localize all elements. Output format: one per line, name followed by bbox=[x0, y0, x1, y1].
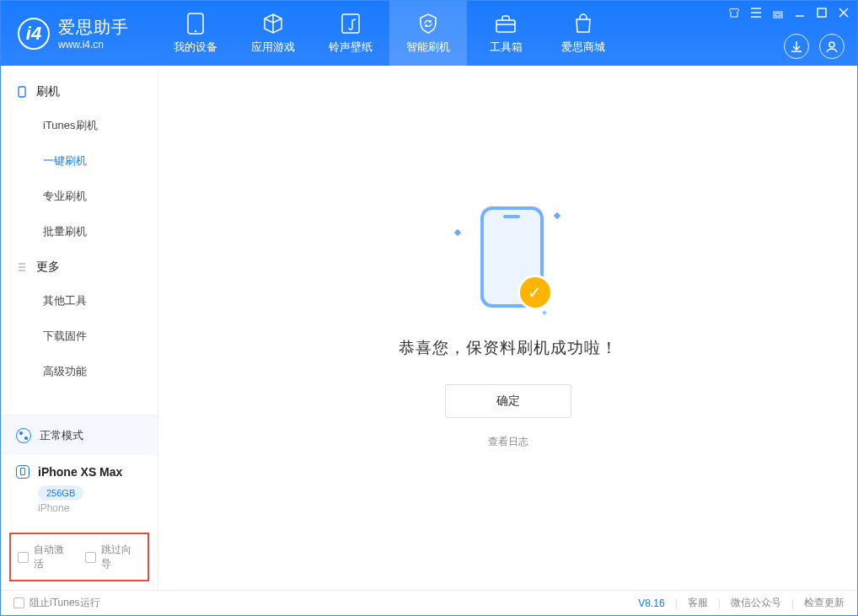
window-controls bbox=[727, 6, 850, 19]
status-link-wechat[interactable]: 微信公众号 bbox=[731, 596, 781, 610]
sidebar-item-download-firmware[interactable]: 下载固件 bbox=[43, 319, 158, 354]
download-icon[interactable] bbox=[784, 34, 809, 59]
highlighted-checkbox-row: 自动激活 跳过向导 bbox=[9, 533, 149, 581]
app-header: i4 爱思助手 www.i4.cn 我的设备 应用游戏 铃声壁纸 智能刷机 工具… bbox=[1, 1, 857, 66]
checkbox-auto-activate[interactable]: 自动激活 bbox=[18, 543, 73, 571]
nav-toolbox[interactable]: 工具箱 bbox=[467, 1, 544, 66]
sidebar-item-itunes-flash[interactable]: iTunes刷机 bbox=[43, 108, 158, 143]
success-illustration: ✓ bbox=[462, 206, 555, 316]
checkbox-icon bbox=[18, 552, 29, 563]
device-card[interactable]: iPhone XS Max 256GB iPhone bbox=[1, 455, 158, 526]
confirm-button[interactable]: 确定 bbox=[445, 384, 571, 418]
sidebar-item-batch-flash[interactable]: 批量刷机 bbox=[43, 214, 158, 249]
sidebar-item-pro-flash[interactable]: 专业刷机 bbox=[43, 179, 158, 214]
device-name: iPhone XS Max bbox=[38, 465, 122, 479]
list-icon bbox=[16, 261, 28, 273]
storage-badge: 256GB bbox=[38, 485, 83, 501]
menu-icon[interactable] bbox=[749, 6, 763, 19]
refresh-shield-icon bbox=[417, 13, 439, 35]
check-badge-icon: ✓ bbox=[520, 277, 550, 308]
music-file-icon bbox=[340, 13, 362, 35]
lock-icon[interactable] bbox=[771, 6, 785, 19]
header-actions bbox=[784, 34, 845, 59]
sidebar: 刷机 iTunes刷机 一键刷机 专业刷机 批量刷机 更多 其他工具 下载固件 … bbox=[1, 66, 158, 590]
app-name: 爱思助手 bbox=[58, 16, 129, 39]
sidebar-item-oneclick-flash[interactable]: 一键刷机 bbox=[43, 143, 158, 179]
svg-rect-5 bbox=[775, 13, 780, 16]
device-type: iPhone bbox=[38, 502, 142, 514]
app-logo: i4 爱思助手 www.i4.cn bbox=[1, 16, 157, 51]
close-icon[interactable] bbox=[837, 6, 850, 19]
svg-rect-3 bbox=[496, 20, 515, 32]
app-domain: www.i4.cn bbox=[58, 39, 129, 51]
sidebar-item-other-tools[interactable]: 其他工具 bbox=[43, 283, 158, 319]
logo-icon: i4 bbox=[18, 18, 50, 50]
view-log-link[interactable]: 查看日志 bbox=[488, 435, 528, 449]
toolbox-icon bbox=[495, 13, 517, 35]
main-content: ✓ 恭喜您，保资料刷机成功啦！ 确定 查看日志 bbox=[158, 66, 857, 590]
checkbox-block-itunes[interactable]: 阻止iTunes运行 bbox=[13, 596, 100, 610]
checkbox-skip-guide[interactable]: 跳过向导 bbox=[85, 543, 141, 571]
svg-point-1 bbox=[195, 29, 196, 31]
top-nav: 我的设备 应用游戏 铃声壁纸 智能刷机 工具箱 爱思商城 bbox=[157, 1, 622, 66]
status-bar: 阻止iTunes运行 V8.16 | 客服 | 微信公众号 | 检查更新 bbox=[1, 590, 857, 615]
minimize-icon[interactable] bbox=[793, 6, 807, 19]
checkbox-icon bbox=[85, 552, 96, 563]
sidebar-section-flash: 刷机 bbox=[1, 74, 158, 108]
svg-rect-6 bbox=[818, 8, 826, 17]
shirt-icon[interactable] bbox=[727, 6, 741, 19]
mode-card[interactable]: 正常模式 bbox=[1, 416, 158, 455]
checkbox-icon bbox=[13, 597, 24, 608]
sidebar-section-more: 更多 bbox=[1, 249, 158, 283]
nav-apps-games[interactable]: 应用游戏 bbox=[234, 1, 312, 66]
shopping-bag-icon bbox=[572, 13, 594, 35]
mode-label: 正常模式 bbox=[40, 428, 83, 443]
status-link-update[interactable]: 检查更新 bbox=[804, 596, 845, 610]
version-label: V8.16 bbox=[638, 597, 664, 609]
nav-my-device[interactable]: 我的设备 bbox=[157, 1, 234, 66]
phone-outline-icon bbox=[16, 86, 28, 98]
user-icon[interactable] bbox=[819, 34, 845, 59]
success-message: 恭喜您，保资料刷机成功啦！ bbox=[399, 337, 618, 359]
cube-icon bbox=[262, 13, 284, 35]
svg-rect-8 bbox=[19, 87, 25, 97]
nav-ringtone-wallpaper[interactable]: 铃声壁纸 bbox=[312, 1, 389, 66]
maximize-icon[interactable] bbox=[815, 6, 829, 19]
status-link-support[interactable]: 客服 bbox=[688, 596, 708, 610]
mode-icon bbox=[16, 428, 31, 443]
nav-store[interactable]: 爱思商城 bbox=[544, 1, 622, 66]
nav-smart-flash[interactable]: 智能刷机 bbox=[389, 1, 467, 66]
device-icon bbox=[185, 13, 206, 35]
svg-point-7 bbox=[829, 42, 834, 47]
device-small-icon bbox=[16, 465, 29, 479]
sidebar-item-advanced[interactable]: 高级功能 bbox=[43, 354, 158, 389]
